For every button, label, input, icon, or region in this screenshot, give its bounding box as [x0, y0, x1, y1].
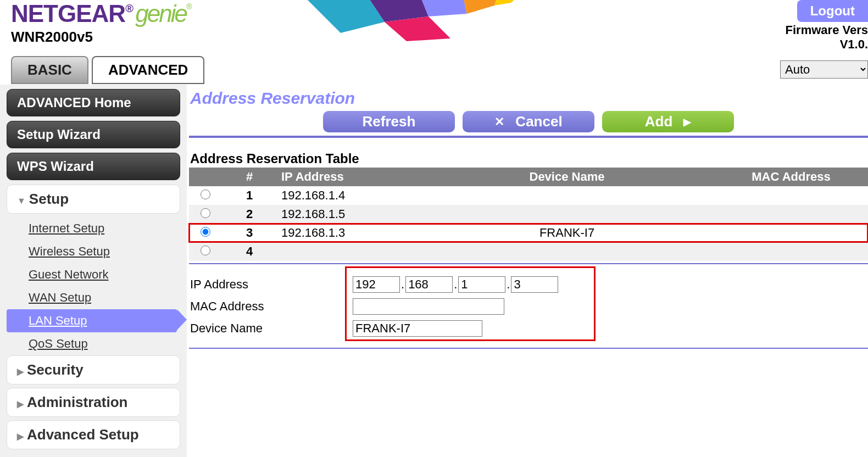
row-ip: 192.168.1.3 — [277, 224, 420, 242]
sidebar-section-administration[interactable]: ▶Administration — [7, 388, 180, 417]
row-select-radio[interactable] — [201, 246, 210, 255]
mac-address-label: MAC Address — [189, 299, 353, 314]
firmware-version: Firmware Vers V1.0. — [786, 23, 868, 52]
page-title: Address Reservation — [190, 89, 868, 108]
arrow-right-icon: ▶ — [683, 116, 691, 128]
mac-address-field[interactable] — [353, 298, 504, 315]
chevron-down-icon: ▼ — [17, 196, 26, 205]
ip-octet-2[interactable] — [405, 276, 453, 293]
logout-button[interactable]: Logout — [797, 0, 868, 22]
sidebar: ADVANCED Home Setup Wizard WPS Wizard ▼S… — [0, 85, 187, 457]
sidebar-wps-wizard[interactable]: WPS Wizard — [7, 153, 180, 180]
row-ip: 192.168.1.4 — [277, 186, 420, 205]
divider — [189, 348, 868, 349]
svg-marker-0 — [297, 0, 385, 33]
model-label: WNR2000v5 — [11, 29, 190, 46]
row-select-radio[interactable] — [201, 208, 210, 218]
sidebar-section-setup[interactable]: ▼Setup — [7, 185, 180, 214]
add-button[interactable]: Add ▶ — [602, 111, 734, 132]
sidebar-item-qos-setup[interactable]: QoS Setup — [7, 332, 180, 355]
row-ip — [277, 242, 420, 261]
decorative-polygons — [264, 0, 538, 44]
device-name-label: Device Name — [189, 321, 353, 336]
close-icon: ✕ — [494, 115, 504, 129]
brand-logo: NETGEAR® — [11, 0, 133, 27]
ip-octet-1[interactable] — [353, 276, 400, 293]
sidebar-item-guest-network[interactable]: Guest Network — [7, 263, 180, 286]
table-row[interactable]: 4 — [189, 242, 868, 261]
svg-marker-3 — [461, 0, 500, 14]
row-num: 1 — [222, 186, 277, 205]
table-caption: Address Reservation Table — [190, 151, 868, 166]
col-num: # — [222, 168, 277, 186]
ip-octet-4[interactable] — [511, 276, 558, 293]
row-select-radio[interactable] — [201, 227, 210, 237]
sidebar-setup-wizard[interactable]: Setup Wizard — [7, 121, 180, 148]
row-device — [420, 205, 714, 224]
row-mac — [714, 242, 868, 261]
sidebar-advanced-home[interactable]: ADVANCED Home — [7, 89, 180, 116]
cancel-button[interactable]: ✕ Cancel — [463, 111, 594, 132]
col-device: Device Name — [420, 168, 714, 186]
row-select-radio[interactable] — [201, 190, 210, 199]
sidebar-section-security[interactable]: ▶Security — [7, 355, 180, 384]
row-num: 4 — [222, 242, 277, 261]
language-select[interactable]: Auto — [780, 60, 868, 79]
sidebar-section-advanced-setup[interactable]: ▶Advanced Setup — [7, 420, 180, 449]
main-panel: Address Reservation Refresh ✕ Cancel Add… — [187, 85, 868, 457]
ip-address-label: IP Address — [189, 277, 353, 292]
row-num: 2 — [222, 205, 277, 224]
row-mac — [714, 186, 868, 205]
row-device: FRANK-I7 — [420, 224, 714, 242]
svg-marker-4 — [494, 0, 527, 5]
reservation-table: # IP Address Device Name MAC Address 119… — [189, 168, 868, 261]
divider — [189, 263, 868, 264]
row-mac — [714, 224, 868, 242]
sidebar-item-wan-setup[interactable]: WAN Setup — [7, 286, 180, 309]
chevron-right-icon: ▶ — [17, 399, 24, 409]
table-row[interactable]: 2192.168.1.5 — [189, 205, 868, 224]
row-mac — [714, 205, 868, 224]
table-row[interactable]: 3192.168.1.3FRANK-I7 — [189, 224, 868, 242]
refresh-button[interactable]: Refresh — [323, 111, 455, 132]
device-name-field[interactable] — [353, 320, 482, 337]
ip-octet-3[interactable] — [458, 276, 505, 293]
sidebar-item-wireless-setup[interactable]: Wireless Setup — [7, 240, 180, 263]
row-device — [420, 186, 714, 205]
genie-logo: genie® — [135, 0, 190, 27]
col-ip: IP Address — [277, 168, 420, 186]
sidebar-item-lan-setup[interactable]: LAN Setup — [7, 309, 177, 332]
chevron-right-icon: ▶ — [17, 432, 24, 441]
row-ip: 192.168.1.5 — [277, 205, 420, 224]
chevron-right-icon: ▶ — [17, 367, 24, 376]
row-device — [420, 242, 714, 261]
tab-basic[interactable]: BASIC — [11, 56, 88, 84]
divider — [189, 136, 868, 138]
tab-advanced[interactable]: ADVANCED — [92, 56, 204, 84]
table-row[interactable]: 1192.168.1.4 — [189, 186, 868, 205]
col-mac: MAC Address — [714, 168, 868, 186]
sidebar-item-internet-setup[interactable]: Internet Setup — [7, 217, 180, 240]
row-num: 3 — [222, 224, 277, 242]
